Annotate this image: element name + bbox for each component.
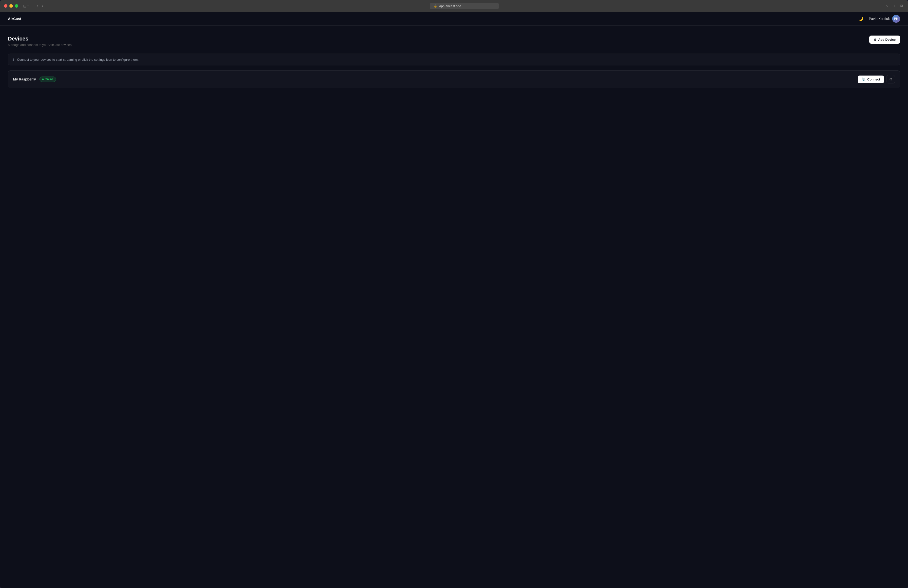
- minimize-button[interactable]: [10, 4, 13, 8]
- device-card: My Raspberry Online 📡 Connect ⚙: [8, 70, 900, 88]
- device-info: My Raspberry Online: [13, 77, 56, 82]
- add-icon: ⊕: [874, 38, 876, 42]
- device-settings-button[interactable]: ⚙: [887, 75, 895, 84]
- page-title: Devices: [8, 35, 72, 42]
- gear-icon: ⚙: [889, 77, 892, 81]
- browser-titlebar: ⊟ ▾ ‹ › 🔒 app.aircast.one ⎋ + ⧉: [0, 0, 908, 12]
- url-text: app.aircast.one: [439, 4, 461, 8]
- connect-button[interactable]: 📡 Connect: [858, 76, 884, 83]
- user-name: Pavlo Kostiuk: [869, 17, 890, 21]
- lock-icon: 🔒: [434, 5, 437, 8]
- chevron-down-icon: ▾: [27, 5, 29, 7]
- device-actions: 📡 Connect ⚙: [858, 75, 895, 84]
- info-banner-text: Connect to your devices to start streami…: [17, 58, 138, 61]
- avatar: PK: [892, 15, 900, 23]
- add-device-label: Add Device: [878, 38, 896, 42]
- sidebar-toggle-button[interactable]: ⊟ ▾: [21, 3, 31, 10]
- app-logo: AirCast: [8, 16, 21, 21]
- main-content: Devices Manage and connect to your AirCa…: [0, 26, 908, 588]
- url-input[interactable]: 🔒 app.aircast.one: [430, 3, 499, 10]
- browser-window: ⊟ ▾ ‹ › 🔒 app.aircast.one ⎋ + ⧉ AirCast …: [0, 0, 908, 588]
- address-bar[interactable]: 🔒 app.aircast.one: [47, 3, 882, 10]
- share-button[interactable]: ⎋: [885, 3, 889, 9]
- browser-action-buttons: ⎋ + ⧉: [885, 3, 904, 9]
- traffic-lights: [4, 4, 18, 8]
- status-badge: Online: [39, 77, 56, 82]
- new-tab-button[interactable]: +: [892, 3, 897, 9]
- back-button[interactable]: ‹: [35, 3, 39, 9]
- info-banner: ℹ Connect to your devices to start strea…: [8, 53, 900, 65]
- browser-content: AirCast 🌙 Pavlo Kostiuk PK Devices: [0, 12, 908, 588]
- theme-toggle-button[interactable]: 🌙: [857, 15, 865, 23]
- status-label: Online: [45, 77, 53, 81]
- connect-label: Connect: [867, 77, 880, 81]
- forward-button[interactable]: ›: [41, 3, 44, 9]
- user-profile[interactable]: Pavlo Kostiuk PK: [869, 15, 900, 23]
- browser-nav-controls: ‹ ›: [35, 3, 44, 9]
- add-device-button[interactable]: ⊕ Add Device: [869, 35, 900, 44]
- maximize-button[interactable]: [15, 4, 18, 8]
- device-name: My Raspberry: [13, 77, 36, 81]
- tabs-overview-button[interactable]: ⧉: [899, 3, 904, 9]
- status-dot: [42, 79, 43, 80]
- connect-icon: 📡: [861, 77, 866, 81]
- page-subtitle: Manage and connect to your AirCast devic…: [8, 43, 72, 47]
- app-header: AirCast 🌙 Pavlo Kostiuk PK: [0, 12, 908, 26]
- avatar-initials: PK: [894, 17, 898, 21]
- close-button[interactable]: [4, 4, 7, 8]
- page-header: Devices Manage and connect to your AirCa…: [8, 35, 900, 47]
- moon-icon: 🌙: [858, 16, 863, 21]
- header-right: 🌙 Pavlo Kostiuk PK: [857, 15, 900, 23]
- sidebar-icon: ⊟: [23, 4, 26, 8]
- info-icon: ℹ: [13, 57, 14, 62]
- page-title-section: Devices Manage and connect to your AirCa…: [8, 35, 72, 47]
